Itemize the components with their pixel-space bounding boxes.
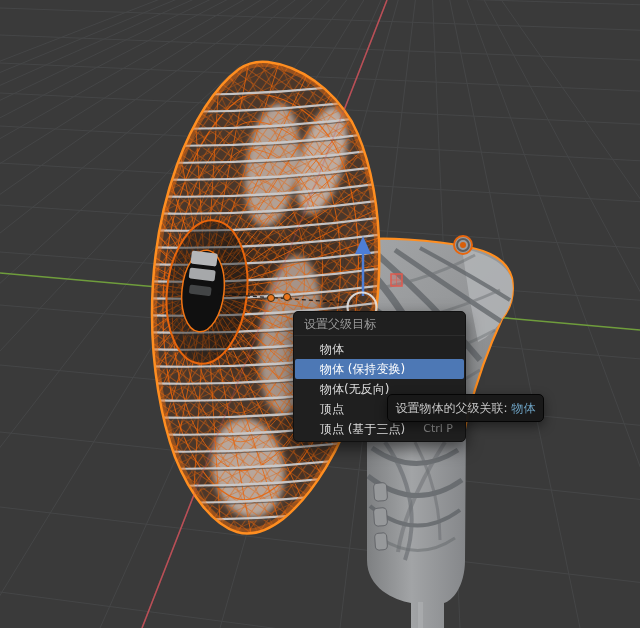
pole-highlight: [418, 602, 423, 628]
tooltip-value: 物体: [512, 400, 536, 417]
set-parent-menu[interactable]: 设置父级目标 物体 物体 (保持变换) 物体(无反向) 顶点 顶点 (基于三点)…: [293, 311, 466, 442]
shortcut-hint: Ctrl P: [423, 419, 453, 439]
menu-title: 设置父级目标: [294, 312, 465, 336]
tooltip-description: 设置物体的父级关联:: [395, 400, 507, 417]
speed-buttons[interactable]: [373, 483, 387, 551]
menu-tooltip: 设置物体的父级关联: 物体: [387, 394, 544, 422]
origin-dot[interactable]: [268, 295, 275, 302]
origin-dot[interactable]: [284, 294, 291, 301]
menu-item-object[interactable]: 物体: [295, 339, 464, 359]
menu-item-object-keep-transform[interactable]: 物体 (保持变换): [295, 359, 464, 379]
image-marker: [391, 274, 402, 286]
blender-viewport[interactable]: 设置父级目标 物体 物体 (保持变换) 物体(无反向) 顶点 顶点 (基于三点)…: [0, 0, 640, 628]
knob-screw[interactable]: [454, 236, 472, 254]
menu-item-vertex-triangle[interactable]: 顶点 (基于三点) Ctrl P: [295, 419, 464, 439]
